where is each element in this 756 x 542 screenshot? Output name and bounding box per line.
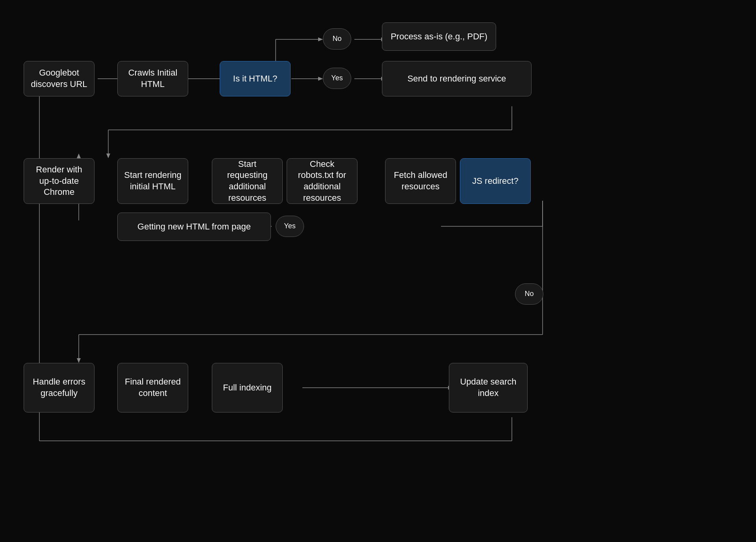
- svg-marker-38: [77, 358, 81, 363]
- node-no-2: No: [515, 283, 543, 305]
- node-googlebot: Googlebot discovers URL: [24, 61, 94, 96]
- node-final-rendered: Final rendered content: [117, 363, 188, 413]
- node-start-requesting: Start requesting additional resources: [212, 158, 283, 204]
- node-render-chrome: Render with up-to-date Chrome: [24, 158, 94, 204]
- diagram: Googlebot discovers URL Crawls Initial H…: [0, 0, 756, 542]
- node-js-redirect: JS redirect?: [460, 158, 531, 204]
- node-send-rendering: Send to rendering service: [382, 61, 532, 96]
- node-yes-2: Yes: [276, 216, 304, 237]
- node-yes-1: Yes: [323, 68, 351, 89]
- node-handle-errors: Handle errors gracefully: [24, 363, 94, 413]
- svg-marker-16: [106, 154, 110, 158]
- node-getting-new: Getting new HTML from page: [117, 213, 271, 241]
- node-check-robots: Check robots.txt for additional resource…: [287, 158, 358, 204]
- node-start-rendering: Start rendering initial HTML: [117, 158, 188, 204]
- svg-marker-6: [318, 37, 323, 41]
- svg-marker-34: [77, 154, 81, 158]
- node-crawls: Crawls Initial HTML: [117, 61, 188, 96]
- node-no-1: No: [323, 28, 351, 50]
- node-update-search: Update search index: [449, 363, 528, 413]
- svg-marker-10: [318, 77, 323, 81]
- node-full-indexing: Full indexing: [212, 363, 283, 413]
- node-fetch-allowed: Fetch allowed resources: [385, 158, 456, 204]
- node-process-as-is: Process as-is (e.g., PDF): [382, 22, 496, 51]
- node-is-html: Is it HTML?: [220, 61, 291, 96]
